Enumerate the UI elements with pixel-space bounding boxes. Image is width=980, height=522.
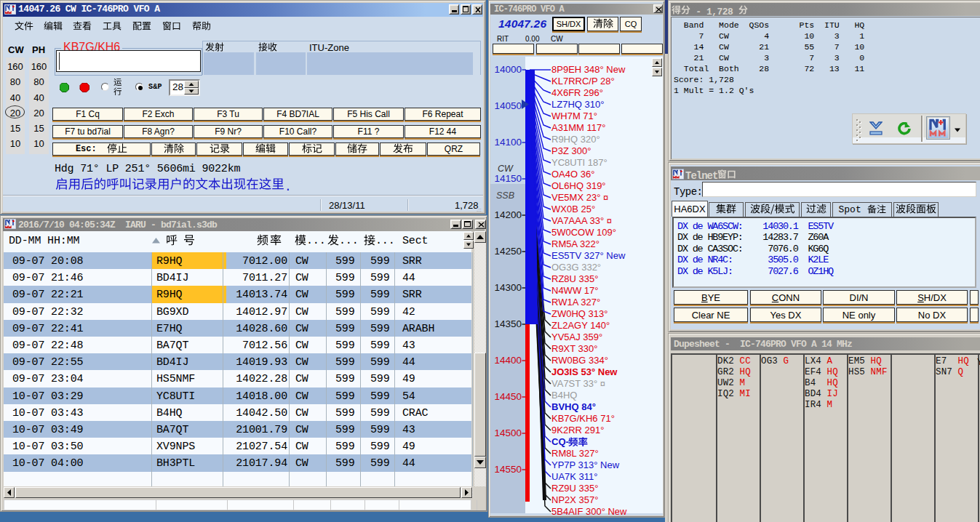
svg-text:9K2RR 291°: 9K2RR 291° [551, 425, 604, 435]
svg-text:14050: 14050 [494, 100, 522, 111]
svg-text:14350: 14350 [494, 318, 522, 329]
svg-text:8P9EH 348° New: 8P9EH 348° New [551, 64, 626, 75]
svg-text:OG3G 332°: OG3G 332° [551, 262, 601, 273]
svg-text:14000: 14000 [494, 64, 522, 75]
svg-text:RZ9U 335°: RZ9U 335° [551, 483, 598, 494]
svg-text:RM5A 322°: RM5A 322° [551, 238, 599, 249]
svg-text:14150: 14150 [494, 173, 522, 184]
svg-text:N4WW 17°: N4WW 17° [551, 285, 598, 296]
svg-text:LZ7HQ 310°: LZ7HQ 310° [551, 99, 604, 110]
svg-text:14500: 14500 [494, 427, 522, 438]
svg-text:WH7M 71°: WH7M 71° [551, 111, 597, 121]
svg-text:CW: CW [498, 164, 514, 174]
svg-text:14250: 14250 [494, 246, 522, 257]
svg-text:YC8UTI 187°: YC8UTI 187° [551, 157, 607, 168]
svg-text:CQ-: CQ- [551, 436, 569, 447]
svg-text:14300: 14300 [494, 282, 522, 293]
svg-text:YV5AJ 359°: YV5AJ 359° [551, 332, 602, 342]
svg-text:BVHQ 84°: BVHQ 84° [551, 401, 596, 412]
svg-text:ZW0HQ 313°: ZW0HQ 313° [551, 308, 607, 319]
svg-text:14450: 14450 [494, 391, 522, 402]
svg-text:YP7P 313° New: YP7P 313° New [551, 459, 620, 470]
svg-text:RW1A 327°: RW1A 327° [551, 297, 600, 308]
svg-text:5W0COW 109°: 5W0COW 109° [551, 227, 616, 238]
svg-text:A31MM 117°: A31MM 117° [551, 122, 605, 133]
svg-text:JO3IS 53° New: JO3IS 53° New [551, 366, 618, 377]
svg-text:B4HQ: B4HQ [551, 390, 577, 401]
svg-text:NP2X 357°: NP2X 357° [551, 494, 598, 505]
svg-text:RZ8U 335°: RZ8U 335° [551, 273, 598, 284]
svg-text:RM8L 327°: RM8L 327° [551, 448, 599, 459]
svg-text:14400: 14400 [494, 355, 522, 366]
svg-text:VA7AAA 33° ¤: VA7AAA 33° ¤ [551, 215, 612, 226]
svg-text:VA7ST 33° ¤: VA7ST 33° ¤ [551, 378, 605, 389]
svg-text:ZL2AGY 140°: ZL2AGY 140° [551, 320, 610, 331]
svg-text:VE5MX 23° ¤: VE5MX 23° ¤ [551, 192, 608, 203]
svg-text:5B4AIF 300° New: 5B4AIF 300° New [551, 506, 627, 516]
svg-text:KB7G/KH6 71°: KB7G/KH6 71° [551, 413, 615, 424]
svg-text:4X6FR 296°: 4X6FR 296° [551, 87, 603, 98]
svg-text:R9HQ 320°: R9HQ 320° [551, 134, 600, 145]
svg-text:P3Z 300°: P3Z 300° [551, 145, 591, 156]
svg-text:OA4O 36°: OA4O 36° [551, 169, 594, 180]
svg-text:14550: 14550 [494, 464, 522, 475]
svg-text:KL7RRC/P 28°: KL7RRC/P 28° [551, 76, 615, 87]
svg-text:14100: 14100 [494, 137, 522, 148]
svg-text:SSB: SSB [496, 190, 514, 201]
svg-text:UA7K 311°: UA7K 311° [551, 471, 598, 482]
svg-text:ES5TV 327° New: ES5TV 327° New [551, 250, 626, 261]
svg-text:R9XT 330°: R9XT 330° [551, 343, 598, 354]
svg-text:WX0B 25°: WX0B 25° [551, 204, 595, 214]
svg-text:RW0BG 334°: RW0BG 334° [551, 355, 608, 366]
svg-text:OL6HQ 319°: OL6HQ 319° [551, 180, 606, 191]
svg-text:14200: 14200 [494, 209, 522, 220]
